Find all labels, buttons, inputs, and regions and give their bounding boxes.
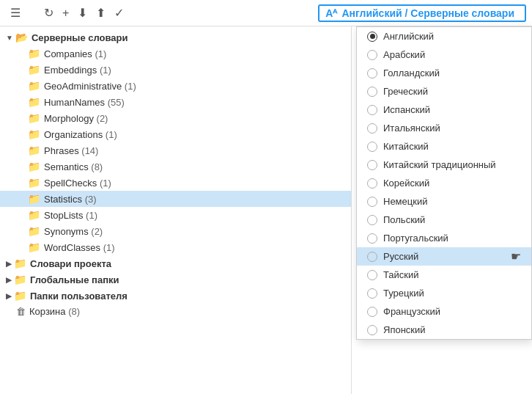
sidebar-item-trash[interactable]: 🗑Корзина (8): [0, 304, 351, 319]
language-option-el[interactable]: Греческий: [357, 82, 531, 101]
language-label: Английский: [383, 31, 434, 42]
sidebar-item-morphology[interactable]: 📁Morphology (2): [0, 110, 351, 126]
radio-dot: [367, 123, 377, 134]
item-count: (2): [89, 226, 103, 237]
language-option-ar[interactable]: Арабский: [357, 45, 531, 64]
sidebar-item-server-dicts[interactable]: ▼📂Серверные словари: [0, 29, 351, 45]
item-label: Серверные словари: [32, 32, 128, 43]
upload-icon[interactable]: ⬆: [92, 3, 110, 23]
radio-dot: [367, 142, 377, 152]
radio-dot: [367, 105, 377, 115]
item-count: (55): [105, 97, 125, 108]
folder-icon: 📁: [28, 48, 40, 59]
sidebar-item-companies[interactable]: 📁Companies (1): [0, 45, 351, 62]
folder-icon: 📁: [28, 209, 40, 221]
language-label: Немецкий: [383, 196, 427, 207]
item-label: GeoAdministrative: [44, 81, 122, 92]
language-dropdown[interactable]: АнглийскийАрабскийГолландскийГреческийИс…: [356, 26, 532, 340]
language-option-nl[interactable]: Голландский: [357, 64, 531, 82]
folder-icon: 📁: [28, 177, 40, 189]
radio-dot: [367, 233, 377, 244]
language-option-ru[interactable]: Русский☛: [357, 247, 531, 266]
language-option-pt[interactable]: Португальский: [357, 229, 531, 247]
sidebar-item-spellchecks[interactable]: 📁SpellChecks (1): [0, 175, 351, 191]
sidebar-item-stoplists[interactable]: 📁StopLists (1): [0, 207, 351, 223]
menu-icon[interactable]: ☰: [6, 3, 25, 23]
language-option-ja[interactable]: Японский: [357, 321, 531, 339]
item-count: (1): [83, 210, 97, 221]
sidebar-item-synonyms[interactable]: 📁Synonyms (2): [0, 223, 351, 239]
radio-dot: [367, 288, 377, 299]
radio-dot: [367, 32, 377, 42]
sidebar-item-phrases[interactable]: 📁Phrases (14): [0, 142, 351, 158]
folder-icon: 📁: [28, 64, 40, 76]
sidebar-item-geoadmin[interactable]: 📁GeoAdministrative (1): [0, 78, 351, 94]
language-option-fr[interactable]: Французский: [357, 302, 531, 321]
folder-icon: 📁: [28, 96, 40, 108]
cursor-pointer-icon: ☛: [511, 249, 521, 263]
folder-icon: 📁: [28, 161, 40, 172]
folder-icon: 📁: [14, 258, 26, 269]
language-option-ko[interactable]: Корейский: [357, 174, 531, 192]
refresh-icon[interactable]: ↻: [40, 3, 58, 23]
sidebar-item-embeddings[interactable]: 📁Embeddings (1): [0, 62, 351, 78]
folder-icon: 📁: [28, 128, 40, 140]
item-label: Глобальные папки: [30, 274, 119, 285]
language-label: Португальский: [383, 233, 448, 244]
sidebar-tree: ▼📂Серверные словари📁Companies (1)📁Embedd…: [0, 26, 352, 394]
sidebar-item-user-folders[interactable]: ▶📁Папки пользователя: [0, 288, 351, 304]
sidebar-item-wordclasses[interactable]: 📁WordClasses (1): [0, 239, 351, 255]
item-label: Semantics: [44, 161, 89, 172]
item-count: (3): [82, 194, 97, 205]
radio-dot: [367, 252, 377, 262]
item-label: Словари проекта: [30, 258, 111, 269]
download-icon[interactable]: ⬇: [73, 3, 92, 23]
chevron-icon: ▶: [6, 260, 12, 268]
sidebar-item-humannames[interactable]: 📁HumanNames (55): [0, 94, 351, 110]
language-option-zhtw[interactable]: Китайский традиционный: [357, 156, 531, 174]
sidebar-item-semantics[interactable]: 📁Semantics (8): [0, 158, 351, 175]
language-label: Русский: [383, 251, 418, 262]
item-count: (8): [66, 306, 81, 317]
sidebar-item-organizations[interactable]: 📁Organizations (1): [0, 126, 351, 142]
sidebar-item-global-folders[interactable]: ▶📁Глобальные папки: [0, 271, 351, 288]
radio-dot: [367, 160, 377, 170]
language-option-th[interactable]: Тайский: [357, 266, 531, 284]
trash-icon: 🗑: [16, 306, 26, 317]
item-label: Корзина: [29, 306, 66, 317]
item-count: (8): [89, 161, 103, 172]
sidebar-item-statistics[interactable]: 📁Statistics (3): [0, 191, 351, 207]
sidebar-item-project-dicts[interactable]: ▶📁Словари проекта: [0, 255, 351, 271]
language-label: Турецкий: [383, 288, 424, 299]
language-option-tr[interactable]: Турецкий: [357, 284, 531, 302]
language-label: Японский: [383, 324, 426, 335]
chevron-icon: ▶: [6, 292, 12, 300]
language-option-it[interactable]: Итальянский: [357, 119, 531, 137]
item-count: (1): [97, 65, 111, 76]
item-label: Statistics: [44, 194, 82, 205]
language-label: Голландский: [383, 68, 440, 79]
language-option-es[interactable]: Испанский: [357, 101, 531, 119]
item-label: SpellChecks: [44, 178, 97, 189]
language-label: Итальянский: [383, 123, 440, 134]
item-count: (1): [122, 81, 136, 92]
language-label: Арабский: [383, 49, 425, 60]
language-option-zh[interactable]: Китайский: [357, 137, 531, 156]
radio-dot: [367, 307, 377, 317]
radio-dot: [367, 215, 377, 225]
item-count: (1): [97, 178, 111, 189]
radio-dot: [367, 87, 377, 97]
check-icon[interactable]: ✓: [110, 3, 128, 23]
language-option-en[interactable]: Английский: [357, 27, 531, 45]
language-label: Китайский: [383, 141, 429, 152]
chevron-icon: ▶: [6, 276, 12, 284]
item-label: Папки пользователя: [30, 291, 128, 302]
item-label: WordClasses: [44, 242, 100, 253]
language-button[interactable]: Аᴬ Английский / Серверные словари: [318, 4, 526, 22]
language-option-pl[interactable]: Польский: [357, 211, 531, 229]
add-icon[interactable]: +: [58, 4, 73, 23]
language-option-de[interactable]: Немецкий: [357, 192, 531, 211]
breadcrumb: Английский / Серверные словари: [341, 7, 514, 19]
item-label: Synonyms: [44, 226, 89, 237]
folder-icon: 📁: [28, 80, 40, 92]
